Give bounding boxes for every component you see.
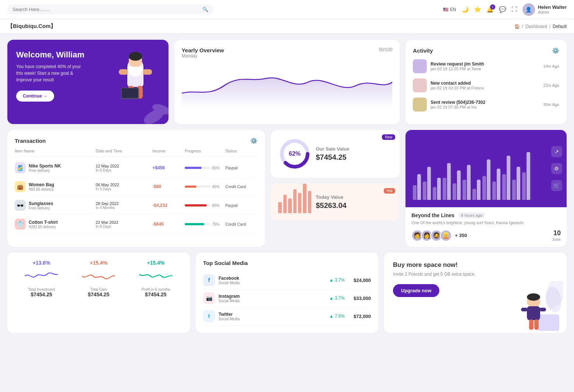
social-type: Social Media <box>219 317 240 321</box>
item-cell: 👜 Women Bag ₹83.65 delivery <box>15 181 96 192</box>
language-selector[interactable]: 🇺🇸 EN <box>443 7 456 12</box>
notifications-icon[interactable]: 🔔 1 <box>486 6 494 13</box>
table-row: 🎽 Nike Sports NK Free delivery 12 May 20… <box>15 159 258 177</box>
social-title: Top Social Media <box>203 260 371 266</box>
activity-item-title: Review request jim Smith <box>431 61 539 67</box>
social-icon: t <box>203 310 215 322</box>
buy-space-card: Buy more space now! Invite 2 Friends and… <box>384 252 567 333</box>
sub-date: In 5 Days <box>96 187 152 191</box>
bar-col-dark <box>487 159 490 200</box>
date-cell: 22 Mar 2022 In 8 Days <box>96 220 152 229</box>
transaction-settings-icon[interactable]: ⚙️ <box>250 137 258 144</box>
nav-right: 🇺🇸 EN 🌙 ⭐ 🔔 1 💬 ⛶ 👤 Helen Walter Admin <box>443 3 567 16</box>
svg-rect-15 <box>537 314 559 331</box>
col-progress: Progress <box>185 149 225 153</box>
social-type: Social Media <box>219 281 240 285</box>
social-icon: 📷 <box>203 292 215 304</box>
dark-mode-toggle[interactable]: 🌙 <box>461 6 469 13</box>
social-growth: ▲ 3.7% <box>329 278 345 283</box>
donut-chart: 62% <box>278 137 311 170</box>
user-info[interactable]: 👤 Helen Walter Admin <box>522 3 567 16</box>
home-icon[interactable]: 🏠 <box>514 24 520 29</box>
item-name: Women Bag <box>29 182 54 187</box>
activity-info: New contact added jan 02 19 03:10 PM at … <box>431 81 539 90</box>
progress-bar <box>185 186 210 188</box>
bar-item <box>283 195 287 213</box>
bar-col-light <box>433 187 436 200</box>
income-cell: -$80 <box>152 184 185 189</box>
today-value-card: Hot Today Value $5263.04 <box>271 184 400 220</box>
bar-group <box>522 152 530 200</box>
progress-label: 45% <box>212 185 219 189</box>
continue-button[interactable]: Continue → <box>16 91 54 102</box>
yearly-overview-score: 50/100 <box>379 47 393 52</box>
bar-group <box>512 167 520 200</box>
date-cell: 12 May 2022 In 6 Days <box>96 164 152 172</box>
bar-group <box>423 167 431 200</box>
transaction-list: 🎽 Nike Sports NK Free delivery 12 May 20… <box>15 159 258 234</box>
fullscreen-icon[interactable]: ⛶ <box>511 6 517 13</box>
side-icon-2[interactable]: ⚙ <box>551 163 562 174</box>
side-icon-3[interactable]: 🛒 <box>551 180 562 191</box>
table-header: Item Name Date and Time Income Progress … <box>15 149 258 156</box>
item-name: Sunglasses <box>29 201 53 206</box>
item-sub: Free delivery <box>29 206 53 210</box>
stat-percent: +13.6% <box>15 260 68 266</box>
stat-value: $7454.25 <box>129 292 183 297</box>
progress-label: 65% <box>212 166 219 170</box>
stat-item: +13.6% Total Investment $7454.25 <box>15 260 68 325</box>
item-cell: 🎽 Nike Sports NK Free delivery <box>15 162 96 173</box>
social-row: 📷 Instagram Social Media ▲ 3.7% $33,000 <box>203 289 371 307</box>
search-bar[interactable]: 🔍 <box>7 4 213 14</box>
item-name: Nike Sports NK <box>29 163 61 169</box>
bar-item <box>298 193 301 213</box>
bar-col-dark <box>427 167 431 200</box>
activity-item-sub: jan 02 19 07:35 PM at Iris <box>431 105 539 109</box>
social-name: Twitter <box>219 312 240 317</box>
social-row: f Facebook Social Media ▲ 3.7% $24,000 <box>203 271 371 289</box>
bar-item <box>303 184 306 213</box>
mid-row: Transaction ⚙️ Item Name Date and Time I… <box>7 130 567 247</box>
favorites-icon[interactable]: ⭐ <box>474 6 481 13</box>
bar-group <box>453 170 461 200</box>
activity-item: New contact added jan 02 19 03:10 PM at … <box>413 78 559 92</box>
social-media-card: Top Social Media f Facebook Social Media… <box>196 252 378 333</box>
beyond-desc: One Of the world,s brightest, young surf… <box>411 220 561 225</box>
bar-col-dark <box>497 169 500 200</box>
dashboard-link[interactable]: Dashboard <box>525 24 547 29</box>
bar-chart-area <box>413 137 559 200</box>
item-cell: 🕶️ Sunglasses Free delivery <box>15 200 96 211</box>
svg-rect-21 <box>539 308 546 311</box>
messages-icon[interactable]: 💬 <box>499 6 506 13</box>
income-cell: +$456 <box>152 165 185 170</box>
upgrade-button[interactable]: Upgrade now <box>393 284 439 297</box>
activity-item: Sent review (504)236-7302 jan 02 19 07:3… <box>413 98 559 112</box>
today-info: Today Value $5263.04 <box>316 194 346 210</box>
bar-col-light <box>522 172 526 200</box>
sale-value-card: New 62% Our Sale Value $7454.25 <box>271 130 400 178</box>
search-input[interactable] <box>13 7 199 12</box>
yearly-chart <box>182 60 393 108</box>
avatar-4: 👱 <box>440 230 452 241</box>
svg-rect-20 <box>521 308 528 311</box>
svg-rect-4 <box>143 69 152 75</box>
stat-percent: +15.4% <box>129 260 183 266</box>
social-amount: $24,000 <box>354 278 371 283</box>
activity-settings-icon[interactable]: ⚙️ <box>552 47 559 54</box>
col-status: Status <box>225 149 258 153</box>
side-icon-1[interactable]: ↗ <box>551 146 562 157</box>
sub-date: In 6 Days <box>96 168 152 172</box>
table-row: 🕶️ Sunglasses Free delivery 28 Sep 2022 … <box>15 196 258 215</box>
bar-col-dark <box>417 174 421 200</box>
svg-rect-22 <box>529 319 534 330</box>
current-page: Default <box>553 24 567 29</box>
progress-bar <box>185 167 210 169</box>
breadcrumb: 🏠 / Dashboard / Default <box>514 24 567 29</box>
beyond-title: Beyond the Lines <box>411 212 454 218</box>
svg-rect-2 <box>127 67 144 87</box>
stat-wave <box>72 269 125 283</box>
status-cell: Paypal <box>225 166 258 170</box>
buyspace-desc: Invite 2 Friends and get 5 GB extra spac… <box>393 272 558 277</box>
progress-cell: 75% <box>185 222 225 226</box>
yearly-overview-card: Yearly Overview Monday 50/100 <box>174 40 400 124</box>
